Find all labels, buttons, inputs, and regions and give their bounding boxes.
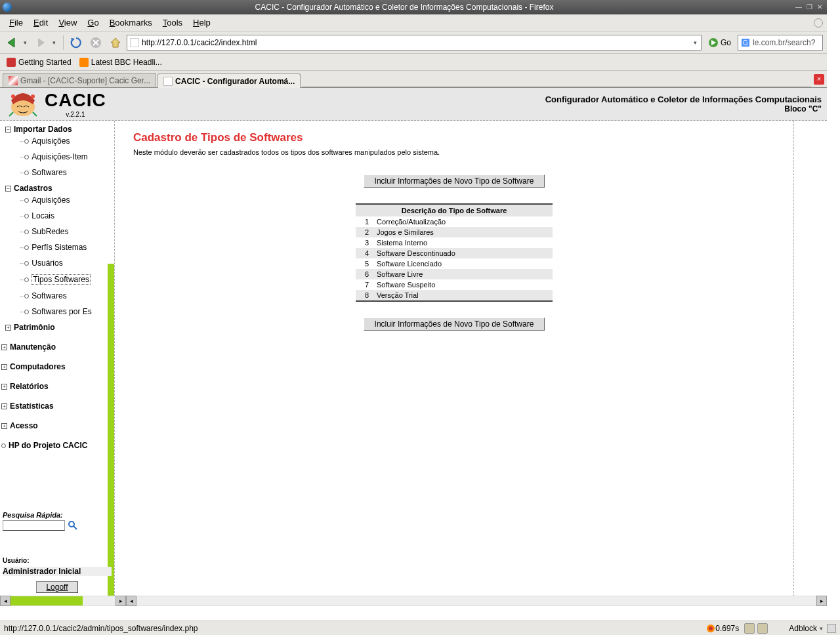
tree-item[interactable]: ···Aquisições-Item: [0, 151, 114, 163]
software-types-table: Descrição do Tipo de Software 1Correção/…: [356, 203, 553, 302]
menu-bookmarks[interactable]: Bookmarks: [104, 16, 158, 30]
tree-item-selected[interactable]: ···Tipos Softwares: [0, 273, 114, 286]
hscroll-thumb[interactable]: [10, 596, 83, 605]
tab-gmail[interactable]: Gmail - [CACIC-Suporte] Cacic Ger...: [3, 73, 156, 87]
tree-hp-projeto[interactable]: HP do Projeto CACIC: [0, 440, 114, 451]
tree-computadores[interactable]: +Computadores: [0, 361, 114, 373]
tree-patrimonio[interactable]: +Patrimônio: [0, 321, 114, 333]
search-engine-icon: G: [741, 38, 750, 47]
tree-item[interactable]: ···Softwares por Es: [0, 306, 114, 318]
menu-bar: File Edit View Go Bookmarks Tools Help: [0, 14, 827, 31]
address-bar[interactable]: ▾: [127, 35, 702, 51]
minimize-button[interactable]: —: [794, 3, 803, 12]
status-icon-1[interactable]: [744, 623, 755, 634]
maximize-button[interactable]: ❐: [805, 3, 814, 12]
page-title: Cadastro de Tipos de Softwares: [133, 131, 775, 144]
logoff-button[interactable]: Logoff: [36, 581, 77, 593]
throbber-icon: [814, 18, 823, 28]
table-row[interactable]: 3Sistema Interno: [356, 237, 553, 248]
back-history-dropdown[interactable]: ▾: [24, 39, 30, 46]
tree-item[interactable]: ···Perfís Sistemas: [0, 241, 114, 253]
include-button-top[interactable]: Incluir Informações de Novo Tipo de Soft…: [364, 174, 545, 188]
include-button-bottom[interactable]: Incluir Informações de Novo Tipo de Soft…: [364, 318, 545, 331]
window-title: CACIC - Configurador Automático e Coleto…: [16, 3, 793, 12]
table-row[interactable]: 7Software Suspeito: [356, 279, 553, 290]
sidebar: −Importar Dados ···Aquisições···Aquisiçõ…: [0, 121, 115, 606]
menu-help[interactable]: Help: [188, 16, 216, 30]
home-button[interactable]: [107, 34, 124, 51]
tree-estatisticas[interactable]: +Estatísticas: [0, 400, 114, 412]
bookmark-bbc[interactable]: Latest BBC Headli...: [77, 56, 165, 68]
search-icon[interactable]: [68, 520, 78, 531]
table-row[interactable]: 4Software Descontinuado: [356, 248, 553, 258]
user-label: Usuário:: [3, 557, 112, 564]
adblock-label[interactable]: Adblock: [789, 624, 817, 633]
url-history-dropdown[interactable]: ▾: [692, 39, 698, 46]
quick-search-input[interactable]: [3, 520, 65, 531]
page-horizontal-scrollbar[interactable]: ◂ ▸ ◂ ▸: [0, 596, 827, 606]
page-description: Neste módulo deverão ser cadastrados tod…: [133, 148, 775, 156]
menu-tools[interactable]: Tools: [158, 16, 188, 30]
brand-version: v.2.2.1: [45, 111, 106, 118]
status-timing: 0.697s: [715, 624, 739, 633]
status-icon-2[interactable]: [757, 623, 768, 634]
status-text: http://127.0.0.1/cacic2/admin/tipos_soft…: [4, 624, 706, 633]
menu-edit[interactable]: Edit: [28, 16, 53, 30]
stop-button[interactable]: [87, 34, 104, 51]
table-row[interactable]: 1Correção/Atualização: [356, 216, 553, 227]
search-box[interactable]: G le.com.br/search?: [738, 35, 823, 51]
tree-importar-dados[interactable]: −Importar Dados: [0, 123, 114, 135]
hscroll-right[interactable]: ▸: [816, 596, 827, 606]
tree-item[interactable]: ···Aquisições: [0, 194, 114, 206]
tab-cacic[interactable]: CACIC - Configurador Automá...: [158, 73, 301, 88]
hscroll-right-sidebar[interactable]: ▸: [116, 596, 126, 606]
tree-acesso[interactable]: +Acesso: [0, 420, 114, 432]
search-placeholder: le.com.br/search?: [753, 38, 815, 47]
page-viewport: CACIC v.2.2.1 Configurador Automático e …: [0, 88, 827, 606]
menu-view[interactable]: View: [53, 16, 82, 30]
forward-button[interactable]: [33, 34, 50, 51]
go-button[interactable]: Go: [704, 35, 735, 51]
back-button[interactable]: [4, 34, 21, 51]
window-titlebar: CACIC - Configurador Automático e Coleto…: [0, 0, 827, 14]
tree-item[interactable]: ···Usuários: [0, 257, 114, 269]
user-name: Administrador Inicial: [3, 567, 112, 576]
app-subtitle: Configurador Automático e Coletor de Inf…: [545, 94, 822, 104]
adblock-dropdown[interactable]: ▾: [820, 625, 823, 632]
close-button[interactable]: ✕: [815, 3, 824, 12]
gmail-icon: [9, 76, 18, 85]
tree-item[interactable]: ···Softwares: [0, 167, 114, 178]
svg-line-8: [74, 526, 77, 529]
menu-go[interactable]: Go: [82, 16, 104, 30]
page-icon: [163, 77, 173, 86]
table-row[interactable]: 6Software Livre: [356, 269, 553, 279]
main-content: Cadastro de Tipos de Softwares Neste mód…: [115, 121, 794, 606]
menu-file[interactable]: File: [4, 16, 28, 30]
tree-manutencao[interactable]: +Manutenção: [0, 341, 114, 353]
brand-name: CACIC: [45, 90, 106, 111]
firebug-icon[interactable]: [706, 624, 715, 633]
app-block: Bloco "C": [545, 104, 822, 113]
tree-item[interactable]: ···Softwares: [0, 290, 114, 302]
url-input[interactable]: [142, 38, 692, 47]
status-bar: http://127.0.0.1/cacic2/admin/tipos_soft…: [0, 621, 827, 635]
table-row[interactable]: 8Versção Trial: [356, 290, 553, 301]
tree-cadastros[interactable]: −Cadastros: [0, 182, 114, 194]
bookmark-icon: [7, 58, 16, 67]
nav-toolbar: ▾ ▾ ▾ Go G le.com.br/search?: [0, 31, 827, 54]
tree-item[interactable]: ···Locais: [0, 210, 114, 222]
tree-relatorios[interactable]: +Relatórios: [0, 380, 114, 392]
table-row[interactable]: 5Software Licenciado: [356, 258, 553, 269]
svg-point-7: [69, 522, 74, 527]
table-row[interactable]: 2Jogos e Similares: [356, 227, 553, 237]
tree-item[interactable]: ···Aquisições: [0, 135, 114, 147]
forward-history-dropdown[interactable]: ▾: [52, 39, 59, 46]
tree-item[interactable]: ···SubRedes: [0, 226, 114, 237]
bookmark-getting-started[interactable]: Getting Started: [4, 56, 74, 68]
reload-button[interactable]: [68, 34, 85, 51]
close-tab-button[interactable]: ×: [814, 74, 824, 85]
go-label: Go: [721, 38, 731, 47]
hscroll-left[interactable]: ◂: [0, 596, 10, 606]
hscroll-left-main[interactable]: ◂: [126, 596, 136, 606]
tab-bar: Gmail - [CACIC-Suporte] Cacic Ger... CAC…: [0, 71, 827, 88]
